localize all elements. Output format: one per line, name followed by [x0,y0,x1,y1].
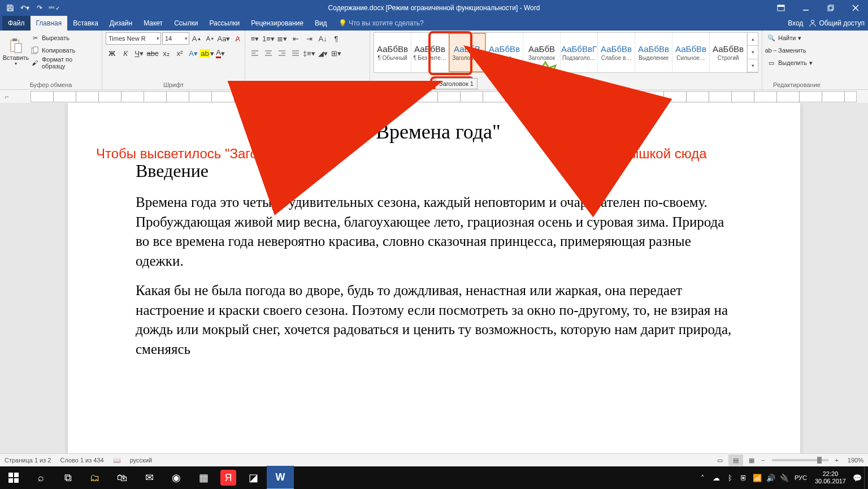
bold-button[interactable]: Ж [106,47,118,59]
tell-me[interactable]: 💡 Что вы хотите сделать? [333,16,429,31]
font-name-combo[interactable]: Times New R [106,32,161,45]
sort-icon[interactable]: A↓ [316,32,329,45]
tab-layout[interactable]: Макет [138,16,168,31]
close-icon[interactable] [843,0,868,16]
redo-icon[interactable]: ↷ [33,2,46,14]
tab-references[interactable]: Ссылки [168,16,203,31]
decrease-indent-icon[interactable]: ⇤ [289,32,302,45]
read-mode-icon[interactable]: ▭ [713,455,727,466]
word-icon[interactable]: W [267,466,294,489]
heading-1[interactable]: Введение [136,161,732,181]
minimize-icon[interactable] [793,0,818,16]
start-icon[interactable] [0,466,27,489]
style-item[interactable]: АаБбВвСтрогий [710,33,747,72]
status-proofing-icon[interactable]: 📖 [113,457,121,464]
styles-more[interactable]: ▴▾▾ [747,33,758,72]
line-spacing-icon[interactable]: ‡≡▾ [303,47,315,59]
align-left-icon[interactable] [249,47,261,59]
tab-review[interactable]: Рецензирование [245,16,309,31]
tab-mailings[interactable]: Рассылки [203,16,245,31]
maximize-icon[interactable] [818,0,843,16]
multilevel-icon[interactable]: ≣▾ [276,32,288,45]
onedrive-icon[interactable]: ☁ [710,466,723,489]
format-painter-button[interactable]: 🖌Формат по образцу [29,57,98,68]
power-icon[interactable]: 🔌 [778,466,791,489]
copy-button[interactable]: Копировать [29,45,98,56]
styles-gallery[interactable]: АаБбВв¶ ОбычныйАаБбВв¶ Без инте…АаБбВЗаг… [374,32,758,73]
replace-button[interactable]: ab→Заменить [766,45,807,56]
text-effects-icon[interactable]: A▾ [187,47,199,59]
font-color-icon[interactable]: A▾ [214,47,227,59]
zoom-slider[interactable] [772,459,828,461]
store-icon[interactable]: 🛍 [108,466,136,489]
italic-button[interactable]: К [119,47,132,59]
undo-icon[interactable]: ↶▾ [18,2,32,14]
action-center-icon[interactable]: 💬 [850,466,864,489]
style-item[interactable]: АаБбВЗаголово… [449,33,486,72]
align-right-icon[interactable] [276,47,288,59]
increase-indent-icon[interactable]: ⇥ [303,32,315,45]
bluetooth-icon[interactable]: ᛒ [723,466,737,489]
style-item[interactable]: АаБбВвСильное… [672,33,710,72]
shrink-font-icon[interactable]: A▼ [204,32,216,45]
tray-chevron-icon[interactable]: ˄ [696,466,710,489]
web-layout-icon[interactable]: ▦ [744,455,759,466]
style-item[interactable]: АаБбВв¶ Обычный [374,33,411,72]
print-layout-icon[interactable]: ▤ [728,455,743,466]
style-item[interactable]: АаБбВвГПодзаголо… [561,33,598,72]
network-icon[interactable]: 📶 [750,466,764,489]
superscript-button[interactable]: x² [173,47,186,59]
numbering-icon[interactable]: 1≡▾ [262,32,275,45]
grow-font-icon[interactable]: A▲ [190,32,203,45]
tab-home[interactable]: Главная [31,16,68,31]
font-size-combo[interactable]: 14 [162,32,189,45]
select-button[interactable]: ▭Выделить ▾ [766,57,814,68]
change-case-icon[interactable]: Aa▾ [218,32,230,45]
shading-icon[interactable]: ◢▾ [316,47,329,59]
style-item[interactable]: АаБбВваголово… [486,33,523,72]
paragraph[interactable]: Времена года это четыре удивительных сез… [136,193,732,271]
style-item[interactable]: АаБбВв¶ Без инте… [411,33,449,72]
borders-icon[interactable]: ⊞▾ [330,47,342,59]
app-icon[interactable]: ▦ [190,466,217,489]
justify-icon[interactable] [289,47,302,59]
zoom-value[interactable]: 190% [841,457,863,464]
chrome-icon[interactable]: ◉ [163,466,190,489]
paste-button[interactable]: Вставить▾ [3,32,28,72]
paragraph[interactable]: Какая бы не была погода во дворе, будь т… [136,281,732,359]
ribbon-options-icon[interactable] [769,0,793,16]
horizontal-ruler[interactable] [31,91,857,102]
subscript-button[interactable]: x₂ [160,47,172,59]
underline-button[interactable]: Ч▾ [133,47,145,59]
tab-view[interactable]: Вид [309,16,333,31]
status-words[interactable]: Слово 1 из 434 [60,457,103,464]
clock[interactable]: 22:2030.06.2017 [810,470,850,485]
tab-insert[interactable]: Вставка [67,16,104,31]
style-item[interactable]: АаБбВЗаголовок [523,33,561,72]
app-icon[interactable]: ◪ [240,466,267,489]
tab-design[interactable]: Дизайн [104,16,138,31]
qat-customize-icon[interactable]: ᵃᵇᶜ✓ [47,2,61,14]
input-lang[interactable]: РУС [791,466,810,489]
status-page[interactable]: Страница 1 из 2 [5,457,51,464]
yandex-icon[interactable]: Я [220,470,236,486]
defender-icon[interactable]: ⛨ [737,466,750,489]
cut-button[interactable]: ✂Вырезать [29,32,98,44]
bullets-icon[interactable]: ≡▾ [249,32,261,45]
strike-button[interactable]: abc [146,47,159,59]
zoom-out-icon[interactable]: − [761,457,765,464]
save-icon[interactable] [3,2,17,14]
style-item[interactable]: АаБбВвВыделение [635,33,672,72]
search-icon[interactable]: ⌕ [27,466,54,489]
taskview-icon[interactable]: ⧉ [54,466,81,489]
zoom-in-icon[interactable]: + [835,457,839,464]
tab-selector-icon[interactable]: ⌐ [0,93,14,101]
show-marks-icon[interactable]: ¶ [330,32,342,45]
signin-button[interactable]: Вход [788,19,803,27]
highlight-icon[interactable]: ab▾ [201,47,213,59]
clear-format-icon[interactable]: A̷ [231,32,244,45]
status-language[interactable]: русский [130,457,152,464]
share-button[interactable]: Общий доступ [809,19,865,27]
style-item[interactable]: АаБбВвСлабое в… [598,33,635,72]
show-desktop[interactable] [864,466,868,489]
